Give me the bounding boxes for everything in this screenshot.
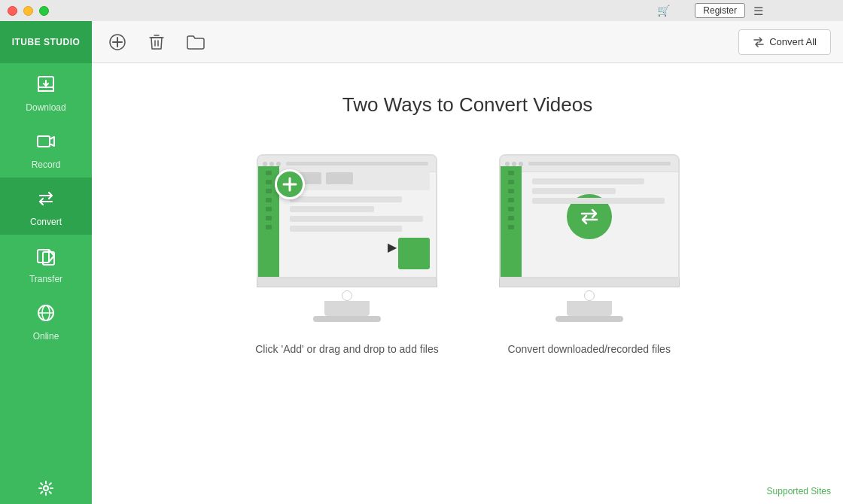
sidebar-online-label: Online [33, 331, 59, 342]
cart-icon[interactable]: 🛒 [657, 5, 670, 17]
sidebar: ITUBE STUDIO Download Record [0, 21, 92, 504]
content-area: Two Ways to Convert Videos [92, 63, 843, 504]
monitor-base-1 [257, 278, 437, 287]
add-button[interactable] [104, 29, 131, 56]
add-badge [275, 169, 305, 199]
main-area: Convert All Two Ways to Convert Videos [92, 21, 843, 504]
monitor-stand-2 [567, 301, 612, 316]
monitor-screen-2 [499, 154, 680, 278]
sidebar-item-transfer[interactable]: Transfer [0, 235, 92, 292]
sidebar-record-label: Record [32, 159, 61, 170]
monitor-base-2 [499, 278, 680, 287]
convert-all-label: Convert All [769, 36, 817, 47]
screen-content-2 [532, 178, 672, 208]
supported-sites-link[interactable]: Supported Sites [767, 486, 831, 496]
sidebar-item-download[interactable]: Download [0, 63, 92, 120]
cards-row: ▶ Click 'Add' or drag and drop to add fi… [255, 154, 679, 355]
sidebar-convert-label: Convert [30, 217, 62, 227]
monitor-1: ▶ [257, 154, 437, 322]
minimize-button[interactable] [23, 6, 33, 16]
monitor-2 [499, 154, 680, 322]
transfer-icon [35, 245, 56, 271]
menu-icon[interactable]: ☰ [753, 5, 763, 18]
sidebar-item-online[interactable]: Online [0, 292, 92, 349]
monitor-foot-1 [313, 316, 381, 322]
title-bar: 🛒 Register ☰ [0, 0, 843, 21]
screen-content-1 [290, 166, 430, 236]
card1-caption: Click 'Add' or drag and drop to add file… [255, 343, 438, 355]
card-add-files: ▶ Click 'Add' or drag and drop to add fi… [255, 154, 438, 355]
settings-button[interactable] [0, 472, 92, 504]
cursor-icon: ▶ [388, 240, 397, 254]
app-body: ITUBE STUDIO Download Record [0, 21, 843, 504]
page-title: Two Ways to Convert Videos [342, 93, 592, 117]
sidebar-item-convert[interactable]: Convert [0, 178, 92, 235]
sidebar-download-label: Download [26, 102, 65, 113]
toolbar-right: Convert All [738, 29, 831, 55]
toolbar: Convert All [92, 21, 843, 63]
maximize-button[interactable] [39, 6, 49, 16]
sidebar-transfer-label: Transfer [29, 274, 62, 284]
svg-rect-1 [38, 136, 50, 147]
app-logo: ITUBE STUDIO [0, 21, 92, 63]
card-convert-files: Convert downloaded/recorded files [499, 154, 680, 355]
close-button[interactable] [8, 6, 17, 16]
monitor-dot-2 [584, 290, 595, 301]
svg-point-7 [44, 486, 48, 490]
convert-all-button[interactable]: Convert All [738, 29, 831, 55]
online-icon [35, 302, 56, 328]
monitor-stand-1 [324, 301, 370, 316]
delete-button[interactable] [143, 29, 170, 56]
monitor-foot-2 [555, 316, 623, 322]
card2-caption: Convert downloaded/recorded files [508, 343, 671, 355]
folder-button[interactable] [182, 29, 209, 56]
register-button[interactable]: Register [695, 3, 745, 18]
sidebar-item-record[interactable]: Record [0, 120, 92, 178]
film-strip-2 [501, 166, 522, 277]
drag-file [398, 238, 430, 269]
record-icon [35, 131, 56, 156]
convert-icon [35, 188, 56, 214]
download-icon [35, 74, 56, 99]
monitor-dot-1 [342, 290, 352, 301]
